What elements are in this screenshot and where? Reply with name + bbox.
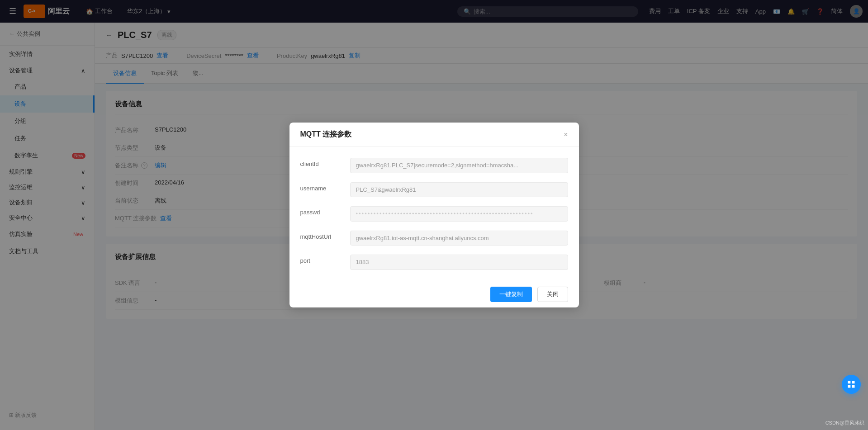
modal-close-btn[interactable]: × <box>564 131 568 138</box>
modal-row-client-id: clientId gwaelrxRg81.PLC_S7|securemode=2… <box>300 158 568 173</box>
modal-footer: 一键复制 关闭 <box>289 281 579 307</box>
modal-row-mqtt-host: mqttHostUrl gwaelrxRg81.iot-as-mqtt.cn-s… <box>300 231 568 246</box>
username-label: username <box>300 182 350 192</box>
grid-icon <box>847 380 856 389</box>
modal-row-passwd: passwd •••••••••••••••••••••••••••••••••… <box>300 206 568 222</box>
close-button[interactable]: 关闭 <box>537 287 568 302</box>
mqtt-host-label: mqttHostUrl <box>300 231 350 240</box>
copy-all-button[interactable]: 一键复制 <box>490 287 532 302</box>
username-value: PLC_S7&gwaelrxRg81 <box>350 182 568 198</box>
port-value: 1883 <box>350 255 568 270</box>
mqtt-modal: MQTT 连接参数 × clientId gwaelrxRg81.PLC_S7|… <box>289 123 579 307</box>
float-help-button[interactable] <box>842 375 861 394</box>
modal-header: MQTT 连接参数 × <box>289 123 579 147</box>
modal-row-port: port 1883 <box>300 255 568 270</box>
csdn-watermark: CSDN@香风冰织 <box>825 420 864 426</box>
mqtt-host-value: gwaelrxRg81.iot-as-mqtt.cn-shanghai.aliy… <box>350 231 568 246</box>
passwd-label: passwd <box>300 206 350 216</box>
modal-title: MQTT 连接参数 <box>300 130 352 139</box>
passwd-value: ••••••••••••••••••••••••••••••••••••••••… <box>350 206 568 222</box>
port-label: port <box>300 255 350 264</box>
client-id-value: gwaelrxRg81.PLC_S7|securemode=2,signmeth… <box>350 158 568 173</box>
modal-row-username: username PLC_S7&gwaelrxRg81 <box>300 182 568 198</box>
modal-overlay[interactable]: MQTT 连接参数 × clientId gwaelrxRg81.PLC_S7|… <box>0 0 868 430</box>
client-id-label: clientId <box>300 158 350 167</box>
modal-body: clientId gwaelrxRg81.PLC_S7|securemode=2… <box>289 147 579 281</box>
